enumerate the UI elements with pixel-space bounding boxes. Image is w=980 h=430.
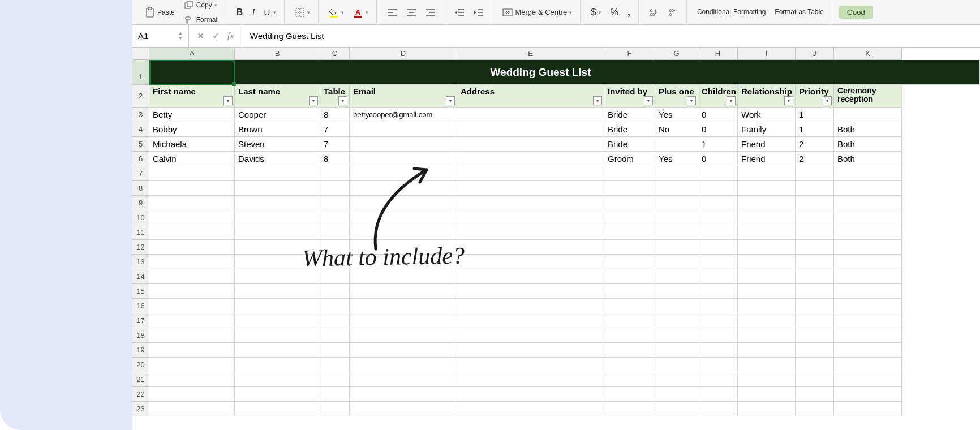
cell[interactable]: Both	[834, 152, 902, 166]
cell[interactable]	[350, 343, 457, 358]
column-header[interactable]: B	[235, 48, 320, 60]
format-painter-button[interactable]: Format	[180, 13, 221, 27]
align-right-button[interactable]	[422, 6, 439, 19]
row-header[interactable]: 3	[132, 108, 149, 122]
cell[interactable]	[655, 181, 698, 196]
cell[interactable]	[350, 299, 457, 313]
cell[interactable]	[320, 328, 350, 343]
cell[interactable]	[457, 122, 604, 137]
filter-button[interactable]: ▼	[727, 96, 736, 105]
cell[interactable]	[834, 181, 902, 196]
cell[interactable]	[457, 372, 604, 387]
cell[interactable]	[698, 313, 738, 328]
cell[interactable]	[604, 284, 655, 299]
cell[interactable]: Both	[834, 122, 902, 137]
cell[interactable]	[320, 358, 350, 372]
cell[interactable]: 8	[320, 152, 350, 166]
cell[interactable]	[149, 225, 235, 240]
column-header[interactable]: K	[834, 48, 902, 60]
cell[interactable]	[834, 299, 902, 313]
cell[interactable]	[350, 255, 457, 269]
cell[interactable]	[235, 372, 320, 387]
cell[interactable]	[834, 328, 902, 343]
cell[interactable]	[698, 299, 738, 313]
cell[interactable]: 2	[796, 137, 834, 152]
filter-button[interactable]: ▼	[687, 96, 696, 105]
row-header[interactable]: 8	[132, 181, 149, 196]
row-header[interactable]: 22	[132, 387, 149, 402]
cell[interactable]: Bride	[604, 122, 655, 137]
cell[interactable]	[738, 387, 796, 402]
cell[interactable]	[457, 225, 604, 240]
header-relationship[interactable]: Relationship▼	[738, 85, 796, 108]
cell[interactable]	[738, 269, 796, 284]
cell[interactable]: Yes	[655, 108, 698, 122]
cell[interactable]	[149, 328, 235, 343]
cell[interactable]	[604, 225, 655, 240]
cell[interactable]	[350, 122, 457, 137]
merge-center-button[interactable]: Merge & Centre ▾	[499, 6, 575, 19]
conditional-formatting-button[interactable]: Conditional Formatting	[694, 6, 769, 18]
fill-color-button[interactable]: ▾	[325, 6, 347, 19]
cell[interactable]	[655, 328, 698, 343]
formula-input[interactable]: Wedding Guest List	[242, 31, 980, 41]
row-header[interactable]: 18	[132, 328, 149, 343]
cell[interactable]	[738, 166, 796, 181]
cell[interactable]: 0	[698, 108, 738, 122]
decrease-decimal-button[interactable]: .00.0	[665, 6, 682, 19]
cell[interactable]	[149, 255, 235, 269]
cell[interactable]	[796, 313, 834, 328]
cell[interactable]	[655, 210, 698, 225]
header-address[interactable]: Address▼	[457, 85, 604, 108]
cell[interactable]: Yes	[655, 152, 698, 166]
column-header[interactable]: C	[320, 48, 350, 60]
cell[interactable]	[738, 181, 796, 196]
cell[interactable]	[796, 358, 834, 372]
cell[interactable]	[235, 210, 320, 225]
cell[interactable]	[834, 313, 902, 328]
percent-button[interactable]: %	[607, 6, 622, 19]
cell[interactable]	[738, 313, 796, 328]
row-header[interactable]: 7	[132, 166, 149, 181]
cell[interactable]	[698, 372, 738, 387]
align-center-button[interactable]	[403, 6, 420, 19]
row-header[interactable]: 21	[132, 372, 149, 387]
cell[interactable]	[834, 269, 902, 284]
cell[interactable]	[149, 284, 235, 299]
cell[interactable]	[457, 328, 604, 343]
decrease-indent-button[interactable]	[451, 6, 468, 19]
cell[interactable]	[235, 313, 320, 328]
header-email[interactable]: Email▼	[350, 85, 457, 108]
cell[interactable]	[655, 269, 698, 284]
borders-button[interactable]: ▾	[291, 6, 313, 19]
header-priority[interactable]: Priority▼↑	[796, 85, 834, 108]
cell[interactable]	[235, 166, 320, 181]
cell[interactable]	[457, 358, 604, 372]
header-ceremony[interactable]: Ceremony reception	[834, 85, 902, 108]
column-header[interactable]: I	[738, 48, 796, 60]
cell[interactable]	[320, 240, 350, 255]
cell[interactable]: 2	[796, 152, 834, 166]
font-color-button[interactable]: A ▾	[350, 6, 372, 19]
row-header[interactable]: 16	[132, 299, 149, 313]
row-header[interactable]: 10	[132, 210, 149, 225]
cell[interactable]	[834, 343, 902, 358]
cell[interactable]	[738, 196, 796, 210]
cell[interactable]	[655, 313, 698, 328]
cell[interactable]	[235, 196, 320, 210]
cell[interactable]	[698, 358, 738, 372]
cell[interactable]	[698, 166, 738, 181]
cell[interactable]	[350, 269, 457, 284]
cell[interactable]	[698, 255, 738, 269]
cell[interactable]	[320, 181, 350, 196]
cell[interactable]	[235, 387, 320, 402]
filter-button[interactable]: ▼	[446, 96, 455, 105]
cell[interactable]	[320, 284, 350, 299]
cell[interactable]	[604, 328, 655, 343]
row-header[interactable]: 6	[132, 152, 149, 166]
cell[interactable]	[235, 299, 320, 313]
cell[interactable]: Groom	[604, 152, 655, 166]
cell[interactable]	[320, 299, 350, 313]
align-left-button[interactable]	[384, 6, 401, 19]
cell[interactable]: Bobby	[149, 122, 235, 137]
